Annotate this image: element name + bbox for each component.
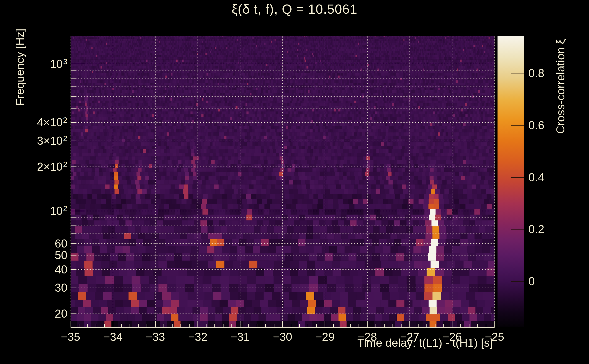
- colorbar-tick: [511, 177, 524, 178]
- x-tick-label: −33: [137, 330, 174, 344]
- x-tick-label: −32: [180, 330, 216, 344]
- x-tick-label: −31: [222, 330, 258, 344]
- y-tick-label: 60: [8, 238, 67, 250]
- colorbar-tick: [511, 229, 524, 230]
- y-tick-label: 50: [8, 249, 67, 261]
- figure: ξ(δ t, f), Q = 10.5061 Frequency [Hz] −3…: [0, 0, 589, 364]
- x-axis-label: Time delay: t(L1) - t(H1) [s]: [311, 336, 539, 350]
- x-tick-label: −30: [264, 330, 301, 344]
- spectrogram-heatmap: [71, 36, 495, 328]
- y-tick-label: 30: [8, 282, 67, 294]
- y-tick-label: 3×102: [8, 135, 67, 148]
- colorbar-tick: [511, 125, 524, 126]
- colorbar-tick: [511, 73, 524, 73]
- y-tick-label: 20: [8, 308, 67, 320]
- y-tick-label: 4×102: [8, 117, 67, 130]
- colorbar-tick-label: 0.2: [529, 223, 574, 235]
- x-tick-label: −35: [52, 330, 89, 344]
- x-tick-label: −34: [95, 330, 131, 344]
- colorbar-tick-label: 0.8: [529, 67, 574, 79]
- colorbar-tick-label: 0: [529, 275, 574, 287]
- y-tick-label: 40: [8, 264, 67, 275]
- colorbar: [497, 36, 524, 327]
- y-tick-label: 102: [8, 205, 67, 218]
- y-tick-label: 103: [8, 58, 67, 71]
- colorbar-tick-label: 0.4: [529, 172, 574, 183]
- colorbar-tick-label: 0.6: [529, 119, 574, 131]
- y-tick-label: 2×102: [8, 161, 67, 174]
- colorbar-tick: [511, 281, 524, 282]
- colorbar-label: Cross-correlation ξ: [554, 39, 567, 134]
- page-title: ξ(δ t, f), Q = 10.5061: [0, 1, 589, 17]
